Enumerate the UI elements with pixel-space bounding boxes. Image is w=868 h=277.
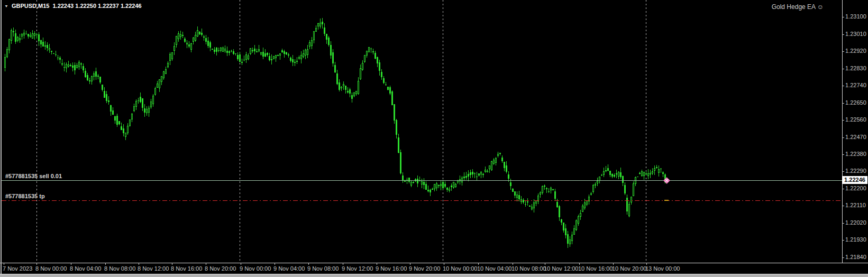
price-tick-mark [842,206,844,206]
time-tick-mark [545,263,545,265]
mt4-chart-window: #577881535 sell 0.01 #577881535 tp ▼ GBP… [0,0,868,277]
price-tick-label: 1.21840 [845,254,866,260]
sell-order-label: #577881535 sell 0.01 [5,173,62,179]
time-tick-mark [377,263,377,265]
time-tick-mark [478,263,479,265]
time-tick-label: 13 Nov 00:00 [645,265,680,272]
sell-order-line[interactable] [2,180,842,181]
take-profit-line[interactable] [2,200,842,201]
time-tick-label: 8 Nov 00:00 [35,265,67,272]
time-tick-mark [646,263,647,265]
symbol-timeframe-label: GBPUSD,M15 [12,3,50,9]
price-tick-label: 1.23010 [845,31,866,37]
time-tick-label: 10 Nov 16:00 [578,265,613,272]
current-price-box: 1.22246 [842,176,867,184]
tp-line-highlight-dash [664,200,669,201]
price-tick-mark [842,223,844,224]
window-bottom-strip [0,274,868,277]
time-tick-label: 7 Nov 2023 [3,265,32,272]
time-tick-mark [139,263,139,265]
time-tick-mark [308,263,309,265]
price-tick-mark [842,189,844,189]
price-tick-label: 1.22650 [845,99,866,106]
price-tick-label: 1.23100 [845,13,866,20]
time-tick-mark [4,263,4,265]
price-tick-mark [842,17,844,17]
time-tick-label: 8 Nov 16:00 [171,265,202,272]
price-tick-mark [842,34,844,35]
price-tick-mark [842,154,844,155]
price-tick-label: 1.22110 [845,202,866,208]
price-tick-label: 1.22380 [845,151,866,157]
price-tick-label: 1.22560 [845,116,866,123]
time-tick-label: 9 Nov 08:00 [307,265,339,272]
price-tick-label: 1.22470 [845,134,866,140]
price-tick-mark [842,120,844,121]
time-tick-label: 9 Nov 04:00 [273,265,305,272]
price-tick-label: 1.22290 [845,168,866,174]
time-tick-mark [275,263,275,265]
ohlc-quote-values: 1.22243 1.22250 1.22237 1.22246 [52,3,141,9]
price-tick-mark [842,86,844,86]
time-tick-mark [343,263,343,265]
time-tick-mark [613,263,614,265]
price-tick-mark [842,240,844,241]
time-tick-mark [105,263,106,265]
candlestick-chart-canvas[interactable] [0,0,868,277]
price-tick-label: 1.22740 [845,82,866,88]
time-tick-mark [410,263,410,265]
time-tick-label: 10 Nov 04:00 [477,265,511,272]
time-tick-mark [36,263,37,265]
price-tick-label: 1.22920 [845,48,866,54]
time-tick-mark [172,263,172,265]
time-tick-mark [241,263,241,265]
time-tick-label: 10 Nov 08:00 [511,265,546,272]
price-tick-label: 1.22200 [845,185,866,191]
expert-advisor-label: Gold Hedge EA ☺ [772,3,824,11]
price-tick-mark [842,51,844,52]
time-tick-label: 9 Nov 00:00 [240,265,271,272]
time-tick-label: 9 Nov 16:00 [376,265,407,272]
price-tick-mark [842,69,844,69]
take-profit-label: #577881535 tp [5,193,45,199]
time-tick-label: 10 Nov 20:00 [612,265,646,272]
time-tick-label: 10 Nov 00:00 [443,265,477,272]
time-tick-label: 8 Nov 08:00 [104,265,135,272]
time-tick-mark [206,263,206,265]
time-tick-label: 9 Nov 12:00 [342,265,373,272]
window-left-border [1,0,2,274]
price-tick-mark [842,137,844,138]
dropdown-arrow-icon[interactable]: ▼ [4,4,8,8]
time-tick-mark [444,263,444,265]
price-tick-label: 1.21930 [845,236,866,243]
time-axis-border [0,263,868,263]
time-tick-label: 8 Nov 20:00 [205,265,236,272]
time-tick-label: 8 Nov 04:00 [70,265,101,272]
price-tick-mark [842,171,844,172]
price-tick-label: 1.22020 [845,219,866,226]
time-tick-mark [71,263,71,265]
time-tick-mark [579,263,580,265]
time-tick-label: 9 Nov 20:00 [409,265,440,272]
time-tick-mark [513,263,513,265]
time-tick-label: 10 Nov 12:00 [544,265,578,272]
price-tick-label: 1.22830 [845,65,866,71]
chart-headline: ▼ GBPUSD,M15 1.22243 1.22250 1.22237 1.2… [4,3,142,9]
time-tick-label: 8 Nov 12:00 [138,265,169,272]
price-tick-mark [842,257,844,258]
price-tick-mark [842,103,844,104]
